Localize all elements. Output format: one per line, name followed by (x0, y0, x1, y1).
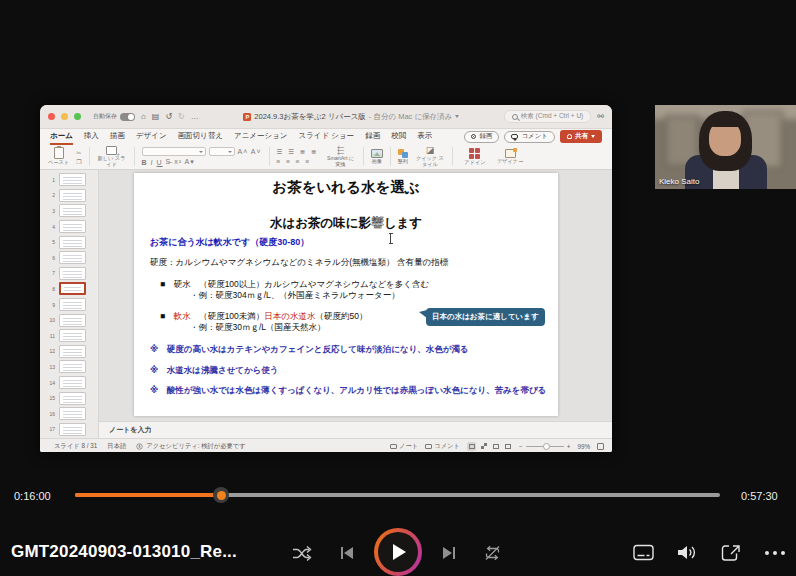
ppt-statusbar: スライド 8 / 31 日本語 アクセシビリティ: 検討が必要です ノート コメ… (40, 438, 612, 452)
video-title: GMT20240903-013010_Re... (11, 542, 237, 562)
share-link-icon[interactable]: ⚯ (597, 112, 604, 121)
quick-styles-button[interactable]: ◪ クイック スタイル (415, 145, 445, 168)
zoom-out-icon[interactable]: − (519, 443, 523, 450)
save-icon[interactable]: ▤ (152, 113, 160, 121)
ribbon-tab[interactable]: スライド ショー (298, 129, 354, 145)
slide-thumbnail[interactable]: 14 (40, 375, 98, 391)
title-chevron-icon[interactable] (455, 115, 459, 118)
slide-remark-line: ※ 水道水は沸騰させてから使う (150, 365, 546, 377)
slide-thumbnail-image (59, 173, 86, 186)
ribbon-tab[interactable]: 校閲 (391, 129, 406, 145)
slide-editor[interactable]: お茶をいれる水を選ぶ 水はお茶の味に影響します お茶に合う水は軟水です（硬度30… (134, 173, 558, 416)
slide-thumbnail[interactable]: 10 (40, 312, 98, 328)
slide-thumbnail[interactable]: 16 (40, 406, 98, 422)
normal-view-button[interactable] (467, 442, 476, 451)
slide-thumbnail[interactable]: 1 (40, 172, 98, 188)
slide-thumbnail[interactable]: 7 (40, 266, 98, 282)
play-button[interactable] (374, 528, 422, 576)
quick-styles-icon: ◪ (426, 146, 435, 155)
arrange-button[interactable]: 整列 (398, 145, 408, 168)
slide-thumbnail[interactable]: 12 (40, 344, 98, 360)
ribbon-tab[interactable]: 表示 (417, 129, 432, 145)
zoom-slider[interactable] (526, 446, 564, 447)
slide-thumbnail-image (59, 360, 86, 373)
ribbon-tab[interactable]: ホーム (50, 129, 73, 145)
slide-thumbnail-image (59, 314, 86, 327)
redo-icon[interactable]: ↻ (178, 113, 185, 121)
more-options-button[interactable] (764, 550, 786, 556)
slide-thumbnail-panel: 1 2 3 4 5 (40, 170, 99, 438)
notes-toggle-button[interactable]: ノート (390, 442, 418, 451)
record-button[interactable]: 録画 (464, 131, 499, 143)
fit-slide-icon[interactable] (597, 443, 604, 450)
hard-water-example: ・例：硬度304ｍｇ/L、（外国産ミネラルウォーター） (190, 290, 400, 302)
shuffle-button[interactable] (292, 545, 312, 562)
addins-button[interactable]: アドイン (460, 145, 490, 168)
accessibility-status[interactable]: アクセシビリティ: 検討が必要です (136, 442, 246, 451)
previous-button[interactable] (338, 545, 356, 561)
image-button[interactable]: 画像 (371, 145, 383, 168)
current-time-label: 0:16:00 (14, 490, 51, 502)
clipboard-tools[interactable]: ✂❐ (76, 145, 81, 168)
loop-button[interactable] (483, 544, 502, 562)
slide-thumbnail[interactable]: 8 (40, 281, 98, 297)
minimize-window-button[interactable] (61, 113, 68, 120)
comments-button[interactable]: コメント (504, 131, 555, 143)
zoom-in-icon[interactable]: + (567, 443, 571, 450)
slide-thumbnail[interactable]: 13 (40, 359, 98, 375)
slide-thumbnail[interactable]: 5 (40, 234, 98, 250)
next-button[interactable] (440, 545, 458, 561)
new-slide-button[interactable]: 新しい スライド (97, 145, 127, 168)
paragraph-group[interactable]: ☰ ☰ ≣ ≣ ≡ ≡ ≡ ≡ (277, 145, 319, 168)
slide-thumbnail[interactable]: 11 (40, 328, 98, 344)
popout-button[interactable] (721, 544, 741, 562)
autosave-toggle[interactable]: 自動保存 (93, 112, 135, 121)
slide-subtitle: 水はお茶の味に影響します (134, 215, 558, 232)
language-indicator[interactable]: 日本語 (107, 442, 126, 451)
smartart-button[interactable]: ⬱ SmartArt に変換 (326, 145, 356, 168)
designer-icon (505, 149, 516, 158)
ribbon-tab[interactable]: 画面切り替え (178, 129, 223, 145)
slide-thumbnail[interactable]: 6 (40, 250, 98, 266)
captions-button[interactable] (633, 544, 654, 561)
share-button[interactable]: 共有 (560, 130, 602, 143)
zoom-window-button[interactable] (74, 113, 81, 120)
close-window-button[interactable] (48, 113, 55, 120)
slide-sorter-view-button[interactable] (479, 442, 488, 451)
slide-thumbnail[interactable]: 15 (40, 390, 98, 406)
document-title: P 2024.9.3お茶を学ぶ2 リバース版 - 自分の Mac に保存済み (205, 112, 498, 122)
ribbon-tab[interactable]: アニメーション (234, 129, 288, 145)
reading-view-button[interactable] (491, 442, 500, 451)
more-toolbar-icon[interactable]: … (191, 113, 199, 121)
paste-button[interactable]: ペースト (48, 145, 69, 168)
participant-name-label: Kieko Saito (659, 177, 699, 186)
volume-button[interactable] (676, 543, 699, 562)
zoom-level[interactable]: 99% (577, 443, 590, 450)
ribbon-tab[interactable]: デザイン (136, 129, 167, 145)
slide-thumbnail[interactable]: 9 (40, 297, 98, 313)
slide-thumbnail[interactable]: 4 (40, 219, 98, 235)
designer-button[interactable]: デザイナー (497, 145, 523, 168)
font-style-buttons[interactable]: B I U S̶ x² A▾ (142, 158, 262, 166)
zoom-control[interactable]: − + (519, 443, 570, 450)
ribbon-tab[interactable]: 描画 (110, 129, 125, 145)
font-name-select[interactable] (142, 147, 206, 156)
ribbon-tabs: ホーム挿入描画デザイン画面切り替えアニメーションスライド ショー録画校閲表示 (50, 129, 432, 145)
font-size-buttons[interactable]: A˄ A˅ (238, 148, 262, 155)
ribbon-tab[interactable]: 挿入 (84, 129, 99, 145)
ribbon-tab[interactable]: 録画 (365, 129, 380, 145)
slide-thumbnail[interactable]: 17 (40, 422, 98, 438)
home-icon[interactable]: ⌂ (141, 113, 146, 121)
search-input[interactable]: 検索 (Cmd + Ctrl + U) (504, 110, 591, 123)
seek-bar[interactable] (75, 493, 720, 497)
font-size-select[interactable] (209, 147, 235, 156)
slideshow-view-button[interactable] (503, 442, 512, 451)
undo-icon[interactable]: ↺ (165, 113, 172, 121)
seek-handle[interactable] (213, 487, 229, 503)
slide-thumbnail[interactable]: 3 (40, 203, 98, 219)
notes-pane[interactable]: ノートを入力 (99, 421, 612, 438)
powerpoint-window: 自動保存 ⌂ ▤ ↺ ↻ … P 2024.9.3お茶を学ぶ2 リバース版 - … (40, 105, 612, 452)
comments-toggle-button[interactable]: コメント (425, 442, 460, 451)
slide-thumbnail[interactable]: 2 (40, 188, 98, 204)
list-buttons: ☰ ☰ ≣ ≣ (277, 148, 319, 156)
